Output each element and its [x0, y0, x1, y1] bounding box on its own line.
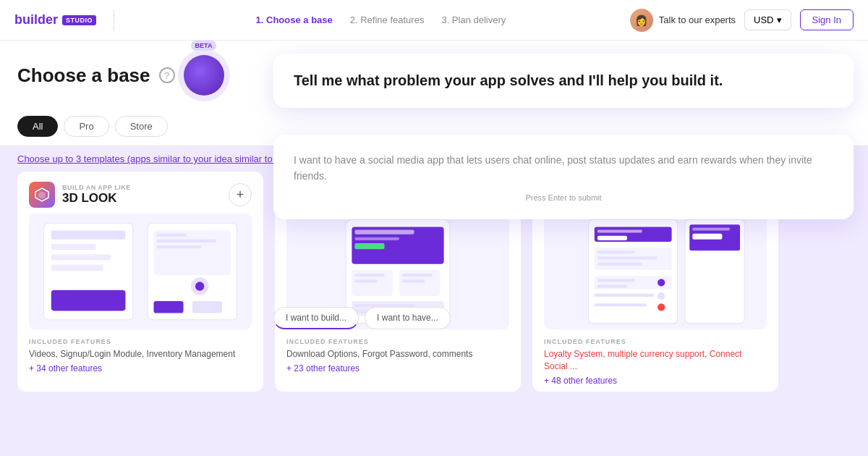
svg-rect-7 [51, 290, 126, 311]
svg-rect-16 [192, 301, 222, 313]
svg-point-14 [195, 282, 204, 290]
card-ga-features-label: INCLUDED FEATURES [286, 338, 509, 345]
card-3dlook-features-label: INCLUDED FEATURES [29, 338, 252, 345]
step-1: 1. Choose a base [256, 14, 333, 25]
card-3dlook-brand: BUILD AN APP LIKE 3D LOOK [29, 182, 131, 208]
svg-rect-3 [51, 231, 126, 240]
svg-rect-34 [597, 230, 642, 233]
svg-rect-37 [597, 250, 634, 253]
svg-rect-41 [597, 279, 634, 282]
card-3dlook-features: INCLUDED FEATURES Videos, Signup/Login M… [17, 329, 263, 379]
card-3dlook-meta-wrapper: BUILD AN APP LIKE 3D LOOK [62, 184, 131, 206]
svg-point-45 [658, 303, 665, 311]
suggestion-chip-have[interactable]: I want to have... [365, 307, 451, 329]
svg-rect-6 [51, 265, 103, 271]
card-3dlook: BUILD AN APP LIKE 3D LOOK + [17, 172, 263, 392]
card-asos-features-more: + 48 other features [544, 376, 767, 386]
ai-input-text: I want to have a social media app that l… [294, 152, 833, 185]
svg-rect-9 [153, 231, 231, 276]
svg-rect-10 [157, 234, 187, 237]
currency-arrow-icon: ▾ [777, 14, 782, 25]
sign-in-button[interactable]: Sign In [800, 9, 854, 30]
svg-rect-38 [597, 256, 657, 259]
card-asos-features-text: Loyalty System, multiple currency suppor… [544, 348, 767, 373]
step-2: 2. Refine features [350, 14, 425, 25]
svg-rect-25 [354, 274, 384, 276]
header-right: 👩 Talk to our experts USD ▾ Sign In [630, 9, 854, 32]
card-3dlook-add-button[interactable]: + [229, 183, 252, 206]
tab-all[interactable]: All [17, 116, 58, 137]
currency-selector[interactable]: USD ▾ [744, 9, 791, 30]
similar-label: Choose up to 3 templates (apps similar t… [17, 153, 232, 164]
tab-store[interactable]: Store [115, 116, 168, 137]
logo: builder STUDIO [14, 12, 96, 28]
tab-pro[interactable]: Pro [64, 116, 109, 137]
svg-rect-12 [157, 245, 202, 248]
card-asos-preview [544, 214, 767, 329]
card-3dlook-features-more: + 34 other features [29, 363, 252, 373]
suggestion-chip-build[interactable]: I want to build... [273, 307, 359, 329]
svg-rect-50 [692, 227, 729, 230]
header: builder STUDIO 1. Choose a base 2. Refin… [0, 0, 868, 41]
card-3dlook-name: 3D LOOK [62, 191, 131, 206]
card-asos-features-label: INCLUDED FEATURES [544, 338, 767, 345]
main-content: Choose a base ? 🔍 + Custom Template ⇅ ▽ [0, 41, 868, 456]
ai-main-message: Tell me what problem your app solves and… [294, 71, 833, 90]
expert-avatar: 👩 [630, 9, 653, 32]
card-3dlook-preview [29, 214, 252, 329]
svg-rect-22 [354, 243, 384, 249]
3dlook-brand-icon [29, 182, 55, 208]
svg-rect-47 [595, 303, 647, 306]
talk-to-experts-button[interactable]: 👩 Talk to our experts [630, 9, 736, 32]
svg-rect-39 [597, 263, 642, 266]
suggestion-bar: I want to build... I want to have... [273, 307, 451, 329]
svg-rect-21 [354, 237, 399, 240]
svg-rect-46 [595, 294, 654, 297]
svg-rect-15 [153, 301, 183, 313]
svg-marker-1 [38, 191, 46, 199]
help-icon[interactable]: ? [159, 67, 175, 83]
card-asos-features: INCLUDED FEATURES Loyalty System, multip… [532, 329, 778, 392]
page-title: Choose a base [17, 64, 150, 87]
ai-bubble-input[interactable]: I want to have a social media app that l… [273, 135, 854, 219]
header-divider [114, 9, 114, 31]
card-3dlook-features-text: Videos, Signup/Login Module, Inventory M… [29, 348, 252, 360]
step-3: 3. Plan delivery [441, 14, 506, 25]
page-title-area: Choose a base ? [17, 55, 224, 96]
logo-badge: STUDIO [62, 15, 96, 25]
svg-point-44 [658, 292, 665, 300]
card-3dlook-header: BUILD AN APP LIKE 3D LOOK + [17, 172, 263, 214]
svg-rect-42 [597, 284, 627, 287]
svg-rect-11 [157, 240, 216, 242]
svg-point-43 [658, 279, 665, 286]
svg-rect-4 [51, 244, 96, 250]
card-ga-features: INCLUDED FEATURES Download Options, Forg… [275, 329, 521, 379]
svg-rect-27 [402, 274, 432, 276]
header-steps: 1. Choose a base 2. Refine features 3. P… [132, 14, 630, 25]
card-3dlook-meta: BUILD AN APP LIKE [62, 184, 131, 191]
expert-label: Talk to our experts [659, 14, 736, 25]
svg-rect-26 [354, 279, 377, 282]
ai-submit-hint: Press Enter to submit [294, 193, 833, 202]
ai-circle-button[interactable] [184, 55, 224, 96]
svg-rect-5 [51, 254, 111, 260]
currency-label: USD [754, 14, 773, 25]
logo-text: builder [14, 12, 58, 28]
ai-bubble-top: Tell me what problem your app solves and… [273, 54, 854, 108]
card-ga-features-more: + 23 other features [286, 363, 509, 373]
svg-rect-51 [692, 234, 722, 240]
svg-rect-35 [597, 236, 627, 240]
svg-rect-28 [402, 279, 425, 282]
svg-rect-20 [354, 230, 414, 235]
card-ga-features-text: Download Options, Forgot Password, comme… [286, 348, 509, 360]
